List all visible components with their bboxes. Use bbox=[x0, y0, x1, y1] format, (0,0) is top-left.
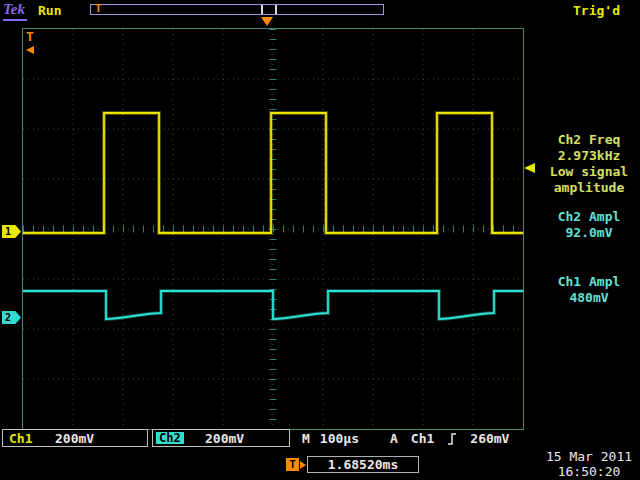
date-value: 15 Mar 2011 bbox=[538, 449, 640, 464]
measurement-value: 92.0mV bbox=[538, 225, 640, 241]
measurement-title: Ch1 Ampl bbox=[538, 274, 640, 290]
graticule: T bbox=[22, 28, 524, 430]
ch2-label-badge: Ch2 bbox=[156, 432, 184, 444]
acquisition-status: Run bbox=[38, 3, 61, 18]
ch1-ground-marker: 1 bbox=[2, 225, 21, 238]
record-trigger-marker: T bbox=[95, 2, 102, 15]
horizontal-delay-arrow-icon bbox=[300, 461, 306, 469]
measurement-warning: amplitude bbox=[538, 180, 640, 196]
ch2-scale-value: 200mV bbox=[205, 431, 244, 446]
horizontal-delay-marker: T bbox=[286, 458, 299, 471]
ch1-trace-glow bbox=[23, 113, 523, 233]
trigger-level-arrow-icon bbox=[524, 163, 535, 173]
window-bracket-right-icon bbox=[275, 5, 277, 14]
tek-logo: Tek bbox=[3, 1, 27, 21]
ch2-ground-marker: 2 bbox=[2, 311, 21, 324]
trigger-readout: A Ch1 260mV bbox=[390, 431, 509, 446]
measurement-value: 2.973kHz bbox=[538, 148, 640, 164]
timebase-label: M bbox=[302, 431, 310, 446]
trigger-offscreen-arrow-icon bbox=[26, 46, 34, 54]
rising-edge-icon bbox=[447, 432, 457, 446]
window-bracket-left-icon bbox=[261, 5, 263, 14]
trigger-status: Trig'd bbox=[573, 3, 620, 18]
measurement-ch1-ampl: Ch1 Ampl 480mV bbox=[538, 274, 640, 306]
measurement-title: Ch2 Freq bbox=[538, 132, 640, 148]
trigger-mode-label: A bbox=[390, 431, 398, 446]
ch1-label: Ch1 bbox=[9, 431, 32, 446]
measurement-value: 480mV bbox=[538, 290, 640, 306]
time-value: 16:50:20 bbox=[538, 464, 640, 479]
measurement-readouts: Ch2 Freq 2.973kHz Low signal amplitude C… bbox=[538, 132, 640, 306]
horizontal-delay-readout: 1.68520ms bbox=[307, 456, 419, 473]
ch2-scale-readout: Ch2 200mV bbox=[152, 429, 290, 447]
measurement-ch2-freq: Ch2 Freq 2.973kHz Low signal amplitude bbox=[538, 132, 640, 196]
ch2-trace bbox=[23, 291, 523, 319]
measurement-warning: Low signal bbox=[538, 164, 640, 180]
ch1-scale-readout: Ch1 200mV bbox=[2, 429, 148, 447]
datetime-readout: 15 Mar 2011 16:50:20 bbox=[538, 449, 640, 479]
record-bar: T bbox=[90, 4, 384, 15]
timebase-readout: M100µs bbox=[302, 431, 359, 446]
ch1-scale-value: 200mV bbox=[55, 431, 94, 446]
trigger-offscreen-marker: T bbox=[26, 29, 34, 44]
measurement-title: Ch2 Ampl bbox=[538, 209, 640, 225]
measurement-ch2-ampl: Ch2 Ampl 92.0mV bbox=[538, 209, 640, 241]
trigger-source-label: Ch1 bbox=[411, 431, 434, 446]
trigger-position-arrow-icon bbox=[261, 17, 273, 26]
trigger-level-value: 260mV bbox=[470, 431, 509, 446]
oscilloscope-screen: Tek Run T Trig'd bbox=[0, 0, 640, 480]
waveform-display bbox=[23, 29, 523, 429]
timebase-value: 100µs bbox=[320, 431, 359, 446]
